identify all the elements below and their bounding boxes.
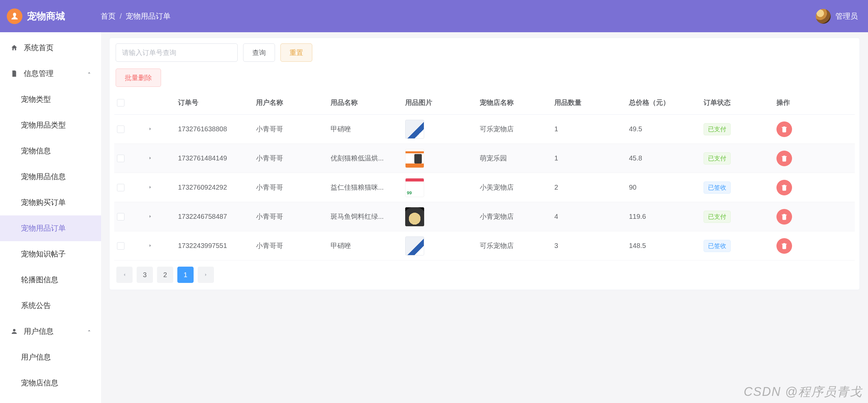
sidebar-item[interactable]: 系统公告 (0, 293, 101, 319)
row-checkbox[interactable] (117, 242, 124, 250)
row-checkbox[interactable] (117, 213, 124, 220)
content-panel: 查询 重置 批量删除 订单号 用户名称 用品名称 用品图片 宠物店名称 (109, 38, 860, 290)
row-checkbox[interactable] (117, 155, 124, 162)
table-row: 1732761638808小青哥哥甲硝唑可乐宠物店149.5已支付 (114, 115, 855, 144)
product-thumb[interactable] (405, 120, 424, 139)
col-image: 用品图片 (402, 98, 477, 107)
chevron-up-icon (86, 327, 92, 336)
search-input[interactable] (116, 43, 238, 62)
status-badge: 已支付 (704, 152, 731, 165)
search-button[interactable]: 查询 (243, 43, 275, 62)
cell-actions (774, 209, 855, 225)
cell-user: 小青哥哥 (253, 154, 328, 163)
table-row: 1732243997551小青哥哥甲硝唑可乐宠物店3148.5已签收 (114, 231, 855, 261)
product-thumb[interactable] (405, 236, 424, 255)
chevron-up-icon (86, 69, 92, 78)
cell-user: 小青哥哥 (253, 241, 328, 250)
cell-image (402, 120, 477, 139)
sidebar-item-label: 宠物用品信息 (21, 172, 66, 182)
cell-total: 45.8 (626, 154, 701, 162)
cell-user: 小青哥哥 (253, 183, 328, 192)
select-all-checkbox[interactable] (117, 99, 124, 107)
delete-button[interactable] (776, 180, 792, 195)
sidebar-group-user[interactable]: 用户信息 (0, 319, 101, 344)
cell-status: 已支付 (701, 211, 774, 223)
status-badge: 已签收 (704, 181, 731, 194)
cell-total: 148.5 (626, 242, 701, 250)
reset-button[interactable]: 重置 (280, 43, 312, 62)
status-badge: 已支付 (704, 123, 731, 135)
delete-button[interactable] (776, 151, 792, 166)
delete-button[interactable] (776, 238, 792, 254)
delete-button[interactable] (776, 209, 792, 225)
cell-shop: 可乐宠物店 (477, 124, 552, 134)
user-icon (10, 327, 18, 335)
page-number[interactable]: 3 (137, 267, 153, 283)
page-number[interactable]: 2 (157, 267, 173, 283)
sidebar-item-label: 用户信息 (24, 326, 54, 337)
product-thumb[interactable] (405, 207, 424, 226)
expand-icon[interactable] (147, 126, 155, 133)
product-thumb[interactable] (405, 149, 424, 168)
sidebar-item[interactable]: 宠物用品类型 (0, 112, 101, 138)
cell-product: 甲硝唑 (328, 241, 402, 250)
page-number[interactable]: 1 (177, 267, 194, 283)
cell-qty: 1 (552, 154, 626, 162)
cell-status: 已支付 (701, 152, 774, 165)
sidebar-item[interactable]: 宠物知识帖子 (0, 241, 101, 267)
cell-actions (774, 151, 855, 166)
sidebar-item-label: 宠物类型 (21, 94, 51, 104)
expand-icon[interactable] (147, 242, 155, 250)
sidebar-item[interactable]: 宠物用品订单 (0, 215, 101, 241)
expand-icon[interactable] (147, 213, 155, 220)
expand-icon[interactable] (147, 184, 155, 191)
col-total: 总价格（元） (626, 98, 701, 107)
pagination: 321 (114, 261, 855, 286)
sidebar-item[interactable]: 轮播图信息 (0, 267, 101, 293)
username[interactable]: 管理员 (835, 11, 858, 21)
cell-shop: 小美宠物店 (477, 183, 552, 192)
cell-order-no: 1732761484149 (175, 154, 253, 162)
sidebar-item[interactable]: 管理员信息 (0, 396, 101, 403)
cell-actions (774, 238, 855, 254)
sidebar-item[interactable]: 用户信息 (0, 344, 101, 370)
cell-order-no: 1732246758487 (175, 213, 253, 220)
cell-status: 已签收 (701, 240, 774, 252)
col-product: 用品名称 (328, 98, 402, 107)
cell-image (402, 178, 477, 197)
cell-qty: 3 (552, 242, 626, 250)
avatar[interactable] (816, 9, 831, 24)
cell-actions (774, 180, 855, 195)
col-user: 用户名称 (253, 98, 328, 107)
sidebar-item[interactable]: 宠物用品信息 (0, 164, 101, 190)
cell-order-no: 1732243997551 (175, 242, 253, 250)
sidebar-item[interactable]: 宠物购买订单 (0, 190, 101, 215)
breadcrumb-current: 宠物用品订单 (126, 11, 171, 21)
sidebar-group-info[interactable]: 信息管理 (0, 61, 101, 87)
row-checkbox[interactable] (117, 126, 124, 133)
expand-icon[interactable] (147, 155, 155, 162)
cell-shop: 可乐宠物店 (477, 241, 552, 250)
sidebar-item-home[interactable]: 系统首页 (0, 35, 101, 61)
sidebar-item-label: 轮播图信息 (21, 275, 58, 285)
row-checkbox[interactable] (117, 184, 124, 191)
logo-block: 宠物商城 (4, 8, 101, 24)
breadcrumb-home[interactable]: 首页 (101, 11, 116, 21)
table-header: 订单号 用户名称 用品名称 用品图片 宠物店名称 用品数量 总价格（元） 订单状… (114, 91, 855, 115)
sidebar-item[interactable]: 宠物店信息 (0, 370, 101, 396)
page-prev[interactable] (116, 267, 133, 283)
sidebar: 系统首页 信息管理 宠物类型宠物用品类型宠物信息宠物用品信息宠物购买订单宠物用品… (0, 32, 101, 403)
home-icon (10, 44, 18, 52)
bulk-delete-button[interactable]: 批量删除 (116, 69, 161, 87)
app-name: 宠物商城 (27, 10, 65, 23)
sidebar-item-label: 宠物知识帖子 (21, 249, 66, 259)
sidebar-item-label: 系统公告 (21, 301, 51, 311)
cell-total: 119.6 (626, 213, 701, 220)
sidebar-item[interactable]: 宠物类型 (0, 87, 101, 112)
page-next[interactable] (198, 267, 214, 283)
cell-total: 90 (626, 184, 701, 191)
product-thumb[interactable] (405, 178, 424, 197)
delete-button[interactable] (776, 121, 792, 137)
sidebar-item[interactable]: 宠物信息 (0, 138, 101, 164)
breadcrumb: 首页 / 宠物用品订单 (101, 11, 171, 21)
